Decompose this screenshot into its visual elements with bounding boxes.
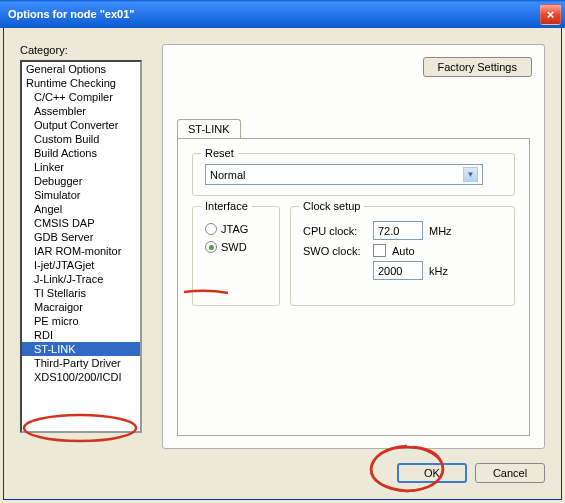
dialog-body: Category: General OptionsRuntime Checkin… [3,28,562,500]
category-item[interactable]: C/C++ Compiler [22,90,140,104]
category-item[interactable]: XDS100/200/ICDI [22,370,140,384]
swo-clock-label: SWO clock: [303,245,367,257]
category-item[interactable]: ST-LINK [22,342,140,356]
category-item[interactable]: Macraigor [22,300,140,314]
category-item[interactable]: Debugger [22,174,140,188]
category-item[interactable]: TI Stellaris [22,286,140,300]
close-icon[interactable]: × [540,4,561,25]
ok-button[interactable]: OK [397,463,467,483]
category-item[interactable]: Linker [22,160,140,174]
category-item[interactable]: Runtime Checking [22,76,140,90]
chevron-down-icon[interactable]: ▼ [463,167,478,182]
clock-fieldset: Clock setup CPU clock: MHz SWO clock: Au… [290,206,515,306]
reset-select[interactable]: Normal ▼ [205,164,483,185]
auto-checkbox[interactable] [373,244,386,257]
window-title: Options for node "ex01" [8,8,540,20]
category-item[interactable]: Assembler [22,104,140,118]
category-item[interactable]: Custom Build [22,132,140,146]
swo-clock-unit: kHz [429,265,457,277]
category-item[interactable]: CMSIS DAP [22,216,140,230]
tab-bar: ST-LINK [177,119,241,138]
reset-fieldset: Reset Normal ▼ [192,153,515,196]
reset-value: Normal [210,169,245,181]
swo-clock-input[interactable] [373,261,423,280]
cancel-button[interactable]: Cancel [475,463,545,483]
category-item[interactable]: I-jet/JTAGjet [22,258,140,272]
tab-stlink[interactable]: ST-LINK [177,119,241,138]
category-item[interactable]: Build Actions [22,146,140,160]
cpu-clock-unit: MHz [429,225,457,237]
tab-content: Reset Normal ▼ Interface JTAG SWD [177,138,530,436]
titlebar: Options for node "ex01" × [0,0,565,28]
interface-legend: Interface [201,200,252,212]
radio-jtag[interactable] [205,223,217,235]
cpu-clock-input[interactable] [373,221,423,240]
category-item[interactable]: Third-Party Driver [22,356,140,370]
dialog-buttons: OK Cancel [397,463,545,483]
category-item[interactable]: GDB Server [22,230,140,244]
category-item[interactable]: PE micro [22,314,140,328]
category-item[interactable]: General Options [22,62,140,76]
clock-legend: Clock setup [299,200,364,212]
category-item[interactable]: IAR ROM-monitor [22,244,140,258]
reset-legend: Reset [201,147,238,159]
radio-jtag-label: JTAG [221,223,248,235]
category-list[interactable]: General OptionsRuntime CheckingC/C++ Com… [20,60,142,433]
options-panel: Factory Settings ST-LINK Reset Normal ▼ … [162,44,545,449]
category-item[interactable]: Angel [22,202,140,216]
category-item[interactable]: RDI [22,328,140,342]
radio-swd-label: SWD [221,241,247,253]
auto-label: Auto [392,245,415,257]
radio-swd[interactable] [205,241,217,253]
category-item[interactable]: Simulator [22,188,140,202]
factory-settings-button[interactable]: Factory Settings [423,57,532,77]
cpu-clock-label: CPU clock: [303,225,367,237]
category-item[interactable]: J-Link/J-Trace [22,272,140,286]
category-item[interactable]: Output Converter [22,118,140,132]
interface-fieldset: Interface JTAG SWD [192,206,280,306]
